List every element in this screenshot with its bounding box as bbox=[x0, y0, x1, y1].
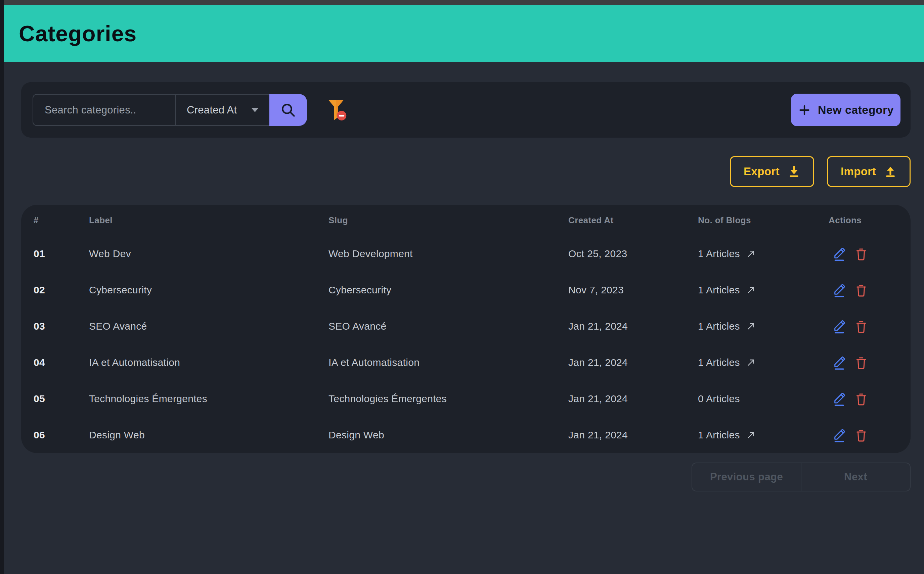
cell-blogs: 0 Articles bbox=[698, 393, 829, 404]
edit-pencil-icon bbox=[832, 246, 846, 262]
edit-button[interactable] bbox=[832, 282, 846, 298]
delete-button[interactable] bbox=[854, 319, 868, 334]
funnel-minus-icon bbox=[327, 98, 349, 122]
cell-index: 05 bbox=[33, 393, 89, 404]
trash-icon bbox=[855, 246, 868, 262]
categories-table: # Label Slug Created At No. of Blogs Act… bbox=[21, 205, 911, 453]
new-category-label: New category bbox=[818, 103, 894, 117]
search-icon bbox=[279, 101, 298, 120]
delete-button[interactable] bbox=[854, 427, 868, 443]
cell-index: 01 bbox=[33, 248, 89, 259]
blogs-count: 1 Articles bbox=[698, 429, 740, 441]
edit-pencil-icon bbox=[832, 319, 846, 334]
page-header: Categories bbox=[4, 5, 924, 62]
edit-button[interactable] bbox=[832, 246, 846, 262]
column-header-index: # bbox=[33, 215, 89, 226]
cell-created: Jan 21, 2024 bbox=[568, 429, 698, 441]
export-label: Export bbox=[744, 165, 780, 178]
cell-created: Nov 7, 2023 bbox=[568, 284, 698, 296]
external-link-icon[interactable] bbox=[745, 248, 757, 259]
import-button[interactable]: Import bbox=[827, 156, 911, 187]
pagination: Previous page Next bbox=[692, 462, 911, 491]
export-button[interactable]: Export bbox=[730, 156, 814, 187]
cell-created: Jan 21, 2024 bbox=[568, 357, 698, 368]
external-link-icon[interactable] bbox=[745, 284, 757, 296]
blogs-count: 1 Articles bbox=[698, 248, 740, 259]
table-row: 04 IA et Automatisation IA et Automatisa… bbox=[21, 344, 911, 381]
window-top-strip bbox=[0, 0, 924, 5]
search-field-select[interactable]: Created At bbox=[175, 94, 269, 126]
trash-icon bbox=[855, 282, 868, 298]
delete-button[interactable] bbox=[854, 391, 868, 407]
table-header-row: # Label Slug Created At No. of Blogs Act… bbox=[21, 205, 911, 236]
edit-button[interactable] bbox=[832, 355, 846, 370]
new-category-button[interactable]: New category bbox=[791, 94, 900, 126]
blogs-count: 1 Articles bbox=[698, 357, 740, 368]
edit-button[interactable] bbox=[832, 391, 846, 407]
cell-blogs: 1 Articles bbox=[698, 429, 829, 441]
cell-actions bbox=[829, 427, 911, 443]
delete-button[interactable] bbox=[854, 282, 868, 298]
blogs-count: 1 Articles bbox=[698, 320, 740, 332]
window-left-edge bbox=[0, 0, 4, 574]
trash-icon bbox=[855, 391, 868, 407]
blogs-count: 1 Articles bbox=[698, 284, 740, 296]
cell-label: IA et Automatisation bbox=[89, 357, 329, 368]
cell-slug: Technologies Émergentes bbox=[329, 393, 568, 404]
delete-button[interactable] bbox=[854, 246, 868, 262]
edit-pencil-icon bbox=[832, 427, 846, 443]
previous-page-button[interactable]: Previous page bbox=[692, 463, 801, 491]
cell-slug: Web Development bbox=[329, 248, 568, 259]
external-link-icon[interactable] bbox=[745, 429, 757, 441]
table-row: 03 SEO Avancé SEO Avancé Jan 21, 2024 1 … bbox=[21, 308, 911, 344]
cell-label: Design Web bbox=[89, 429, 329, 441]
trash-icon bbox=[855, 319, 868, 334]
edit-button[interactable] bbox=[832, 427, 846, 443]
table-row: 01 Web Dev Web Development Oct 25, 2023 … bbox=[21, 236, 911, 272]
edit-pencil-icon bbox=[832, 391, 846, 407]
cell-actions bbox=[829, 282, 911, 298]
chevron-down-icon bbox=[251, 108, 259, 112]
search-input[interactable] bbox=[33, 94, 175, 126]
column-header-blogs: No. of Blogs bbox=[698, 215, 829, 226]
import-label: Import bbox=[841, 165, 876, 178]
page-title: Categories bbox=[19, 21, 137, 46]
search-panel: Created At New category bbox=[21, 82, 911, 138]
clear-filter-button[interactable] bbox=[327, 98, 349, 122]
download-icon bbox=[788, 165, 801, 178]
cell-blogs: 1 Articles bbox=[698, 320, 829, 332]
cell-label: Web Dev bbox=[89, 248, 329, 259]
cell-slug: IA et Automatisation bbox=[329, 357, 568, 368]
trash-icon bbox=[855, 355, 868, 370]
cell-actions bbox=[829, 391, 911, 407]
cell-blogs: 1 Articles bbox=[698, 284, 829, 296]
cell-slug: SEO Avancé bbox=[329, 320, 568, 332]
cell-actions bbox=[829, 246, 911, 262]
cell-label: Technologies Émergentes bbox=[89, 393, 329, 404]
cell-slug: Cybersecurity bbox=[329, 284, 568, 296]
edit-pencil-icon bbox=[832, 355, 846, 370]
trash-icon bbox=[855, 427, 868, 443]
search-input-group: Created At bbox=[33, 94, 307, 126]
cell-blogs: 1 Articles bbox=[698, 357, 829, 368]
external-link-icon[interactable] bbox=[745, 320, 757, 332]
delete-button[interactable] bbox=[854, 355, 868, 370]
external-link-icon[interactable] bbox=[745, 357, 757, 368]
next-page-button[interactable]: Next bbox=[801, 463, 910, 491]
cell-label: SEO Avancé bbox=[89, 320, 329, 332]
edit-button[interactable] bbox=[832, 319, 846, 334]
column-header-slug: Slug bbox=[329, 215, 568, 226]
cell-actions bbox=[829, 355, 911, 370]
cell-blogs: 1 Articles bbox=[698, 248, 829, 259]
cell-slug: Design Web bbox=[329, 429, 568, 441]
cell-index: 02 bbox=[33, 284, 89, 296]
cell-index: 04 bbox=[33, 357, 89, 368]
table-row: 02 Cybersecurity Cybersecurity Nov 7, 20… bbox=[21, 272, 911, 308]
column-header-label: Label bbox=[89, 215, 329, 226]
column-header-actions: Actions bbox=[829, 215, 911, 226]
table-row: 06 Design Web Design Web Jan 21, 2024 1 … bbox=[21, 417, 911, 453]
edit-pencil-icon bbox=[832, 282, 846, 298]
search-button[interactable] bbox=[269, 94, 307, 126]
cell-index: 06 bbox=[33, 429, 89, 441]
cell-index: 03 bbox=[33, 320, 89, 332]
